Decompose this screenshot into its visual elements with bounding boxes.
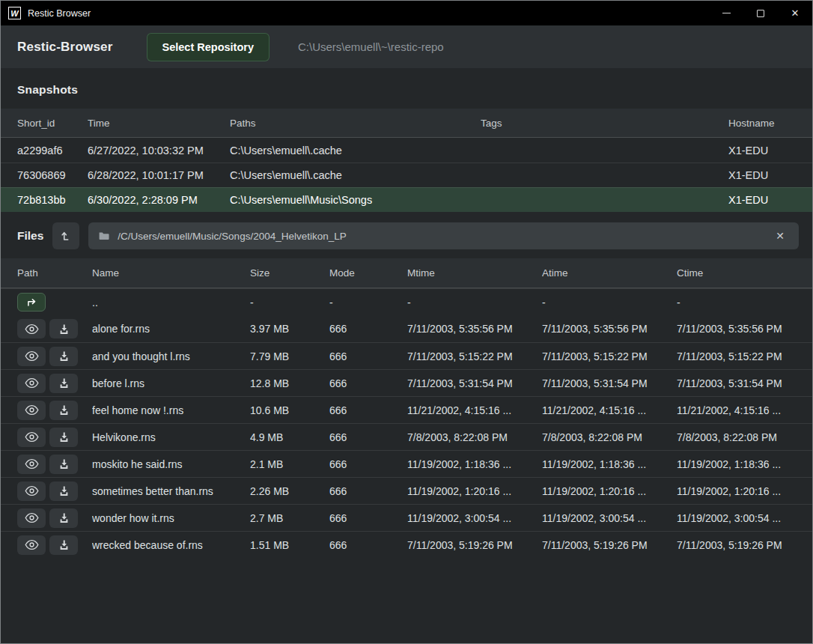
download-icon bbox=[58, 512, 70, 523]
file-mtime: 7/11/2003, 5:31:54 PM bbox=[407, 377, 542, 389]
current-path: /C/Users/emuell/Music/Songs/2004_Helveti… bbox=[118, 231, 764, 242]
eye-icon bbox=[25, 539, 39, 550]
file-ctime: - bbox=[677, 297, 799, 309]
eye-icon bbox=[25, 431, 39, 443]
clear-path-button[interactable]: ✕ bbox=[771, 228, 789, 244]
download-file-button[interactable] bbox=[49, 535, 78, 555]
download-file-button[interactable] bbox=[49, 374, 78, 393]
download-file-button[interactable] bbox=[49, 347, 78, 366]
file-ctime: 7/11/2003, 5:35:56 PM bbox=[677, 323, 799, 335]
file-row: sometimes better than.rns 2.26 MB 666 11… bbox=[1, 477, 812, 504]
select-repository-button[interactable]: Select Repository bbox=[147, 33, 270, 61]
go-parent-directory-button[interactable] bbox=[17, 293, 46, 312]
download-icon bbox=[58, 377, 70, 389]
download-file-button[interactable] bbox=[49, 455, 78, 474]
file-size: 12.8 MB bbox=[250, 377, 329, 389]
file-atime: 11/21/2002, 4:15:16 ... bbox=[542, 404, 677, 416]
close-button[interactable]: ✕ bbox=[778, 1, 812, 25]
file-size: 2.7 MB bbox=[250, 512, 329, 524]
file-size: - bbox=[250, 297, 329, 309]
file-name: sometimes better than.rns bbox=[92, 485, 250, 497]
snapshot-time: 6/30/2022, 2:28:09 PM bbox=[88, 194, 230, 206]
file-mode: 666 bbox=[329, 458, 407, 470]
download-icon bbox=[58, 458, 70, 470]
snapshot-row[interactable]: a2299af6 6/27/2022, 10:03:32 PM C:\Users… bbox=[1, 138, 812, 162]
snapshot-paths: C:\Users\emuell\Music\Songs bbox=[230, 194, 481, 206]
download-file-button[interactable] bbox=[49, 319, 78, 338]
download-file-button[interactable] bbox=[49, 508, 78, 528]
snapshot-row[interactable]: 76306869 6/28/2022, 10:01:17 PM C:\Users… bbox=[1, 162, 812, 187]
col-mode: Mode bbox=[329, 267, 407, 279]
download-icon bbox=[58, 323, 70, 335]
file-mtime: 11/19/2002, 1:20:16 ... bbox=[407, 485, 542, 497]
snapshot-hostname: X1-EDU bbox=[728, 169, 799, 181]
preview-file-button[interactable] bbox=[17, 374, 46, 393]
download-icon bbox=[58, 485, 70, 496]
file-mode: - bbox=[329, 297, 407, 309]
eye-icon bbox=[25, 404, 39, 416]
file-name: alone for.rns bbox=[92, 323, 250, 335]
file-mode: 666 bbox=[329, 323, 407, 335]
eye-icon bbox=[25, 350, 39, 362]
download-file-button[interactable] bbox=[49, 482, 78, 501]
file-atime: 7/11/2003, 5:31:54 PM bbox=[542, 377, 677, 389]
file-row: feel home now !.rns 10.6 MB 666 11/21/20… bbox=[1, 396, 812, 423]
file-ctime: 11/19/2002, 3:00:54 ... bbox=[677, 512, 799, 524]
preview-file-button[interactable] bbox=[17, 319, 46, 338]
minimize-icon bbox=[722, 13, 731, 13]
repository-path: C:\Users\emuell\~\restic-repo bbox=[298, 40, 444, 53]
file-size: 2.1 MB bbox=[250, 458, 329, 470]
files-heading: Files bbox=[17, 229, 43, 243]
eye-icon bbox=[25, 512, 39, 523]
snapshots-table-body: a2299af6 6/27/2022, 10:03:32 PM C:\Users… bbox=[1, 138, 812, 212]
preview-file-button[interactable] bbox=[17, 482, 46, 501]
download-icon bbox=[58, 350, 70, 362]
preview-file-button[interactable] bbox=[17, 455, 46, 474]
file-mtime: 7/11/2003, 5:35:56 PM bbox=[407, 323, 542, 335]
current-path-bar[interactable]: /C/Users/emuell/Music/Songs/2004_Helveti… bbox=[88, 222, 799, 249]
file-mode: 666 bbox=[329, 431, 407, 443]
file-atime: 7/11/2003, 5:19:26 PM bbox=[542, 539, 677, 551]
file-mode: 666 bbox=[329, 350, 407, 362]
col-atime: Atime bbox=[542, 267, 677, 279]
file-name: wonder how it.rns bbox=[92, 512, 250, 524]
snapshot-short-id: 72b813bb bbox=[17, 194, 88, 206]
download-file-button[interactable] bbox=[49, 401, 78, 420]
preview-file-button[interactable] bbox=[17, 428, 46, 447]
close-icon: ✕ bbox=[791, 8, 800, 18]
download-icon bbox=[58, 539, 70, 550]
folder-icon bbox=[98, 230, 110, 242]
col-hostname: Hostname bbox=[728, 118, 799, 129]
snapshot-time: 6/27/2022, 10:03:32 PM bbox=[88, 145, 230, 157]
maximize-button[interactable] bbox=[743, 1, 778, 25]
col-name: Name bbox=[92, 267, 250, 279]
file-name: .. bbox=[92, 297, 250, 309]
file-atime: 11/19/2002, 3:00:54 ... bbox=[542, 512, 677, 524]
files-table-body: alone for.rns 3.97 MB 666 7/11/2003, 5:3… bbox=[1, 315, 812, 558]
download-file-button[interactable] bbox=[49, 428, 78, 447]
snapshots-heading: Snapshots bbox=[1, 68, 812, 109]
file-size: 3.97 MB bbox=[250, 323, 329, 335]
file-atime: 11/19/2002, 1:20:16 ... bbox=[542, 485, 677, 497]
file-size: 1.51 MB bbox=[250, 539, 329, 551]
file-mtime: 11/19/2002, 3:00:54 ... bbox=[407, 512, 542, 524]
eye-icon bbox=[25, 377, 39, 389]
minimize-button[interactable] bbox=[709, 1, 743, 25]
go-to-root-button[interactable] bbox=[52, 222, 79, 249]
file-row: wrecked because of.rns 1.51 MB 666 7/11/… bbox=[1, 531, 812, 558]
file-row: alone for.rns 3.97 MB 666 7/11/2003, 5:3… bbox=[1, 315, 812, 342]
snapshot-paths: C:\Users\emuell\.cache bbox=[230, 145, 481, 157]
preview-file-button[interactable] bbox=[17, 347, 46, 366]
preview-file-button[interactable] bbox=[17, 535, 46, 555]
window-title: Restic Browser bbox=[28, 8, 91, 19]
preview-file-button[interactable] bbox=[17, 401, 46, 420]
file-name: before l.rns bbox=[92, 377, 250, 389]
col-paths: Paths bbox=[230, 118, 481, 129]
preview-file-button[interactable] bbox=[17, 508, 46, 528]
file-atime: 7/8/2003, 8:22:08 PM bbox=[542, 431, 677, 443]
file-row: and you thought l.rns 7.79 MB 666 7/11/2… bbox=[1, 342, 812, 369]
file-mtime: 7/8/2003, 8:22:08 PM bbox=[407, 431, 542, 443]
snapshot-row[interactable]: 72b813bb 6/30/2022, 2:28:09 PM C:\Users\… bbox=[1, 187, 812, 212]
file-atime: 7/11/2003, 5:15:22 PM bbox=[542, 350, 677, 362]
file-mode: 666 bbox=[329, 539, 407, 551]
